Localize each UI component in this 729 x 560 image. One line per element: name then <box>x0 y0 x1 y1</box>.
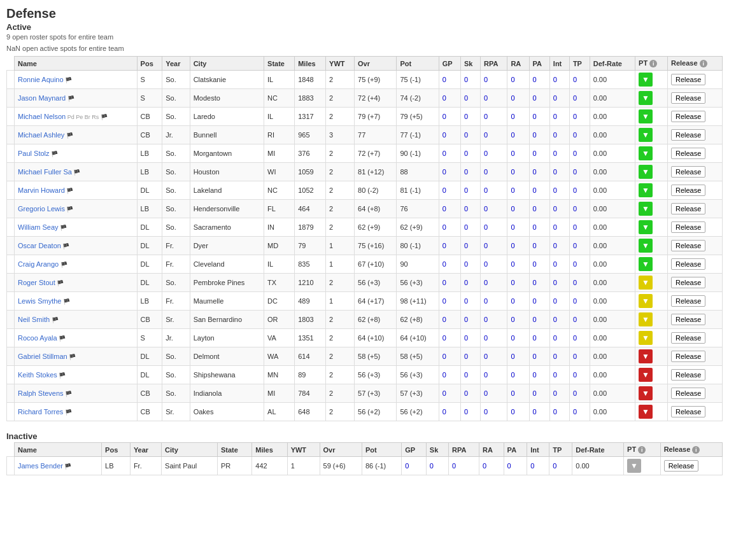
col-ywt: YWT <box>326 57 355 71</box>
release-button[interactable]: Release <box>671 258 705 270</box>
player-pa: 0 <box>529 181 549 200</box>
release-button[interactable]: Release <box>671 406 705 417</box>
pt-dropdown-button[interactable]: ▼ <box>639 276 653 290</box>
release-button[interactable]: Release <box>671 277 705 288</box>
pt-dropdown-button[interactable]: ▼ <box>639 331 653 345</box>
release-button[interactable]: Release <box>671 111 705 122</box>
player-name-link[interactable]: Jason Maynard <box>18 94 66 102</box>
player-city: Hendersonville <box>190 200 264 218</box>
player-gp: 0 <box>439 108 460 126</box>
table-row: Oscar Deaton 🏴DLFr.DyerMD79175 (+16)80 (… <box>7 237 723 255</box>
player-name-link[interactable]: Ronnie Aquino <box>18 76 64 83</box>
player-sk: 0 <box>460 255 480 274</box>
player-flags: 🏴 <box>50 151 59 157</box>
pt-dropdown-button[interactable]: ▼ <box>639 405 653 419</box>
release-button[interactable]: Release <box>671 129 705 141</box>
player-pa: 0 <box>529 144 549 163</box>
pt-dropdown-button[interactable]: ▼ <box>639 165 653 179</box>
pt-dropdown-button[interactable]: ▼ <box>639 128 653 142</box>
release-button[interactable]: Release <box>671 295 705 307</box>
player-name-link[interactable]: Michael Ashley <box>18 131 64 139</box>
player-ywt: 3 <box>326 126 355 144</box>
player-ra: 0 <box>507 181 529 200</box>
player-flags: 🏴 <box>67 354 76 360</box>
inactive-section-label: Inactive <box>6 431 723 441</box>
release-button[interactable]: Release <box>664 460 698 472</box>
player-name-link[interactable]: Rocoo Ayala <box>18 334 57 342</box>
pt-dropdown-button[interactable]: ▼ <box>639 146 653 160</box>
player-year: So. <box>162 144 190 163</box>
release-button[interactable]: Release <box>671 166 705 178</box>
pt-dropdown-button[interactable]: ▼ <box>639 202 653 216</box>
pt-dropdown-button[interactable]: ▼ <box>639 109 653 123</box>
player-name-link[interactable]: Marvin Howard <box>18 186 65 194</box>
release-button[interactable]: Release <box>671 314 705 325</box>
player-pt-cell: ▼ <box>635 144 668 163</box>
player-name-link[interactable]: James Bender <box>18 462 63 470</box>
player-name-link[interactable]: Gregorio Lewis <box>18 205 65 213</box>
release-button[interactable]: Release <box>671 369 705 381</box>
pt-dropdown-button[interactable]: ▼ <box>639 257 653 271</box>
release-button[interactable]: Release <box>671 240 705 251</box>
icol-sk: Sk <box>426 443 448 457</box>
player-sk: 0 <box>460 181 480 200</box>
player-color-bar <box>7 181 15 200</box>
player-pt-cell: ▼ <box>635 255 668 274</box>
pt-dropdown-button[interactable]: ▼ <box>639 239 653 253</box>
table-row: Lewis Smythe 🏴LBFr.MaumelleDC489164 (+17… <box>7 292 723 311</box>
release-button[interactable]: Release <box>671 203 705 214</box>
pt-dropdown-button[interactable]: ▼ <box>639 294 653 308</box>
pt-dropdown-button[interactable]: ▼ <box>639 349 653 363</box>
player-name-link[interactable]: Craig Arango <box>18 260 59 268</box>
player-rpa: 0 <box>480 311 507 329</box>
player-ywt: 2 <box>326 347 355 366</box>
player-ra: 0 <box>507 89 529 108</box>
player-pa: 0 <box>529 329 549 347</box>
player-name-link[interactable]: Oscar Deaton <box>18 242 61 249</box>
table-row: Craig Arango 🏴DLFr.ClevelandIL835167 (+1… <box>7 255 723 274</box>
player-name-link[interactable]: Ralph Stevens <box>18 389 64 397</box>
player-def-rate: 0.00 <box>590 108 635 126</box>
player-tp: 0 <box>569 347 590 366</box>
col-def-rate: Def-Rate <box>590 57 635 71</box>
player-name-link[interactable]: Keith Stokes <box>18 371 57 379</box>
player-pa: 0 <box>529 71 549 89</box>
release-button[interactable]: Release <box>671 148 705 159</box>
pt-dropdown-button[interactable]: ▼ <box>627 459 641 473</box>
page-title: Defense <box>6 6 723 21</box>
player-name-link[interactable]: Neil Smith <box>18 316 50 323</box>
icol-city: City <box>162 443 218 457</box>
player-tp: 0 <box>569 108 590 126</box>
player-name-link[interactable]: Richard Torres <box>18 408 63 416</box>
player-name-cell: Richard Torres 🏴 <box>15 403 138 421</box>
release-button[interactable]: Release <box>671 185 705 196</box>
pt-dropdown-button[interactable]: ▼ <box>639 73 653 87</box>
pt-dropdown-button[interactable]: ▼ <box>639 183 653 197</box>
release-button[interactable]: Release <box>671 92 705 104</box>
player-name-link[interactable]: Paul Stolz <box>18 150 50 157</box>
player-name-link[interactable]: Gabriel Stillman <box>18 353 67 360</box>
player-name-link[interactable]: William Seay <box>18 223 59 231</box>
player-name-link[interactable]: Michael Nelson <box>18 113 66 120</box>
release-button[interactable]: Release <box>671 74 705 85</box>
release-button[interactable]: Release <box>671 332 705 344</box>
table-row: Keith Stokes 🏴DLSo.ShipshewanaMN89256 (+… <box>7 366 723 384</box>
pt-dropdown-button[interactable]: ▼ <box>639 91 653 105</box>
player-name-link[interactable]: Lewis Smythe <box>18 297 61 305</box>
player-pos: LB <box>137 163 162 181</box>
player-rpa: 0 <box>480 237 507 255</box>
release-button[interactable]: Release <box>671 388 705 399</box>
player-ra: 0 <box>507 237 529 255</box>
player-tp: 0 <box>569 89 590 108</box>
pt-dropdown-button[interactable]: ▼ <box>639 386 653 400</box>
player-year: So. <box>162 200 190 218</box>
player-pt-cell: ▼ <box>635 274 668 292</box>
release-button[interactable]: Release <box>671 221 705 233</box>
player-name-link[interactable]: Roger Stout <box>18 279 55 286</box>
player-pot: 90 (-1) <box>397 144 439 163</box>
pt-dropdown-button[interactable]: ▼ <box>639 312 653 326</box>
pt-dropdown-button[interactable]: ▼ <box>639 368 653 382</box>
pt-dropdown-button[interactable]: ▼ <box>639 220 653 234</box>
player-name-link[interactable]: Michael Fuller Sa <box>18 168 72 176</box>
release-button[interactable]: Release <box>671 351 705 362</box>
